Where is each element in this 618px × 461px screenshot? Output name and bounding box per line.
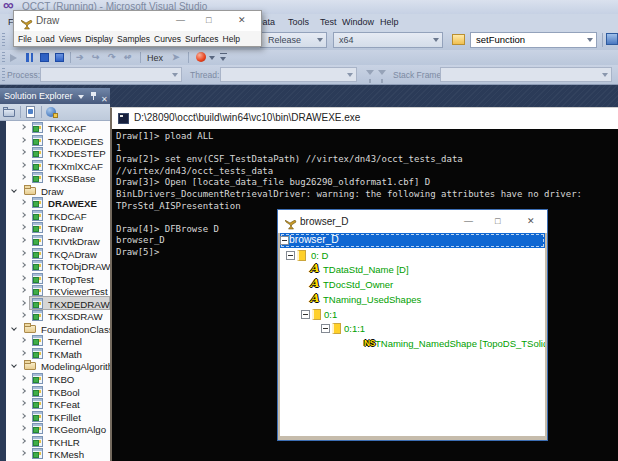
find-command-combo[interactable]: setFunction	[470, 32, 597, 48]
project-item-TKDraw[interactable]: TKDraw	[0, 221, 110, 234]
chevron-collapsed-icon[interactable]	[20, 450, 26, 456]
draw-menu-surfaces[interactable]: Surfaces	[185, 34, 219, 44]
restart-button[interactable]	[55, 53, 64, 62]
tree-collapse-toggle[interactable]	[286, 251, 295, 260]
browser-tree-node[interactable]: NSTNaming_NamedShape [TopoDS_TSolid]	[280, 336, 545, 351]
pin-icon[interactable]	[90, 92, 97, 100]
chevron-collapsed-icon[interactable]	[20, 413, 26, 419]
chevron-collapsed-icon[interactable]	[20, 137, 26, 143]
draw-menu-help[interactable]: Help	[223, 34, 240, 44]
vs-menu-test[interactable]: Test	[320, 17, 337, 27]
vs-menu-tools[interactable]: Tools	[288, 17, 309, 27]
draw-menu-curves[interactable]: Curves	[154, 34, 181, 44]
chevron-collapsed-icon[interactable]	[20, 275, 26, 281]
draw-titlebar[interactable]: Draw — □ ✕	[14, 11, 261, 31]
browser-tree-node[interactable]: ATNaming_UsedShapes	[280, 292, 545, 307]
project-item-TKXDESTEP[interactable]: TKXDESTEP	[0, 146, 110, 159]
hex-toggle[interactable]: Hex	[147, 53, 163, 63]
project-item-TKGeomAlgo[interactable]: TKGeomAlgo	[0, 422, 110, 435]
minimize-button[interactable]: —	[464, 216, 473, 226]
project-item-TKXCAF[interactable]: TKXCAF	[0, 121, 110, 134]
configuration-combo[interactable]: Release	[260, 32, 327, 48]
stack-frame-combo[interactable]	[440, 67, 612, 82]
solution-folder-ModelingAlgorithms[interactable]: ModelingAlgorithms	[0, 359, 110, 372]
tree-collapse-toggle[interactable]	[321, 324, 330, 333]
maximize-button[interactable]: □	[206, 15, 211, 25]
maximize-button[interactable]: □	[495, 216, 500, 226]
dropdown-arrow-icon[interactable]	[209, 56, 215, 60]
show-all-files-icon[interactable]	[46, 106, 59, 119]
chevron-collapsed-icon[interactable]	[20, 149, 26, 155]
project-item-TKMesh[interactable]: TKMesh	[0, 447, 110, 460]
console-titlebar[interactable]: D:\28090\occt\build\win64\vc10\bin\DRAWE…	[112, 108, 618, 129]
project-item-TKTObjDRAW[interactable]: TKTObjDRAW	[0, 259, 110, 272]
chevron-collapsed-icon[interactable]	[20, 212, 26, 218]
chevron-collapsed-icon[interactable]	[20, 337, 26, 343]
draw-menu-views[interactable]: Views	[59, 34, 82, 44]
pointer-tool-icon[interactable]: ➤	[172, 53, 181, 62]
platform-combo[interactable]: x64	[333, 32, 443, 48]
vs-menu-window[interactable]: Window	[342, 17, 374, 27]
chevron-expanded-icon[interactable]	[11, 187, 17, 193]
step-over-icon[interactable]: ↷	[108, 53, 117, 62]
collapse-all-icon[interactable]	[3, 106, 17, 119]
vs-menu-help[interactable]: Help	[380, 17, 399, 27]
tree-collapse-toggle[interactable]	[280, 236, 289, 245]
show-next-statement-icon[interactable]: ➔	[76, 53, 85, 62]
filter-icon[interactable]	[366, 70, 374, 75]
process-combo[interactable]	[40, 67, 182, 82]
chevron-collapsed-icon[interactable]	[20, 262, 26, 268]
project-item-DRAWEXE[interactable]: DRAWEXE	[0, 196, 110, 209]
chevron-collapsed-icon[interactable]	[20, 199, 26, 205]
toolbar-overflow-icon[interactable]	[220, 53, 227, 54]
step-out-icon[interactable]: ↫	[124, 53, 133, 62]
tree-collapse-toggle[interactable]	[301, 310, 310, 319]
chevron-collapsed-icon[interactable]	[20, 350, 26, 356]
filter-icon[interactable]	[378, 70, 386, 75]
stop-button[interactable]	[40, 53, 49, 62]
browser-tree-node[interactable]: 0:1	[280, 307, 545, 322]
toolbar-overflow-arrow-icon[interactable]	[220, 57, 226, 61]
browser-tree-node[interactable]: 0:1:1	[280, 321, 545, 336]
project-item-TKFeat[interactable]: TKFeat	[0, 397, 110, 410]
chevron-collapsed-icon[interactable]	[20, 287, 26, 293]
chevron-expanded-icon[interactable]	[11, 362, 17, 368]
chevron-collapsed-icon[interactable]	[20, 400, 26, 406]
project-item-TKBO[interactable]: TKBO	[0, 372, 110, 385]
window-position-icon[interactable]	[78, 95, 84, 99]
chevron-collapsed-icon[interactable]	[20, 224, 26, 230]
browser-tree-node[interactable]: browser_D	[280, 233, 545, 248]
chevron-collapsed-icon[interactable]	[20, 124, 26, 130]
project-item-TKIVtkDraw[interactable]: TKIVtkDraw	[0, 234, 110, 247]
chevron-collapsed-icon[interactable]	[20, 375, 26, 381]
close-button[interactable]: ✕	[527, 216, 535, 226]
chevron-collapsed-icon[interactable]	[20, 438, 26, 444]
solution-explorer-header[interactable]: Solution Explorer ✕	[0, 88, 110, 104]
chevron-collapsed-icon[interactable]	[20, 312, 26, 318]
chevron-collapsed-icon[interactable]	[20, 162, 26, 168]
minimize-button[interactable]: —	[176, 15, 185, 25]
chevron-collapsed-icon[interactable]	[20, 237, 26, 243]
close-button[interactable]: ✕	[238, 15, 246, 25]
chevron-collapsed-icon[interactable]	[20, 388, 26, 394]
toolbar-options-icon[interactable]	[606, 33, 618, 45]
chevron-collapsed-icon[interactable]	[20, 174, 26, 180]
project-item-TKernel[interactable]: TKernel	[0, 334, 110, 347]
browser-titlebar[interactable]: browser_D — □ ✕	[278, 210, 547, 233]
chevron-collapsed-icon[interactable]	[20, 300, 26, 306]
draw-menu-load[interactable]: Load	[36, 34, 55, 44]
step-into-icon[interactable]: ↪	[92, 53, 101, 62]
draw-menu-file[interactable]: File	[18, 34, 32, 44]
chevron-expanded-icon[interactable]	[11, 325, 17, 331]
chevron-collapsed-icon[interactable]	[20, 425, 26, 431]
project-item-TKXSDRAW[interactable]: TKXSDRAW	[0, 309, 110, 322]
pause-button[interactable]	[25, 53, 34, 62]
draw-menu-display[interactable]: Display	[85, 34, 113, 44]
continue-button[interactable]	[10, 53, 19, 62]
browser-tree-node[interactable]: ATDocStd_Owner	[280, 277, 545, 292]
chevron-collapsed-icon[interactable]	[20, 250, 26, 256]
draw-windows-icon[interactable]	[196, 52, 206, 62]
draw-menu-samples[interactable]: Samples	[117, 34, 150, 44]
browser-tree-node[interactable]: ATDataStd_Name [D]	[280, 262, 545, 277]
browser-tree-node[interactable]: 0: D	[280, 248, 545, 263]
